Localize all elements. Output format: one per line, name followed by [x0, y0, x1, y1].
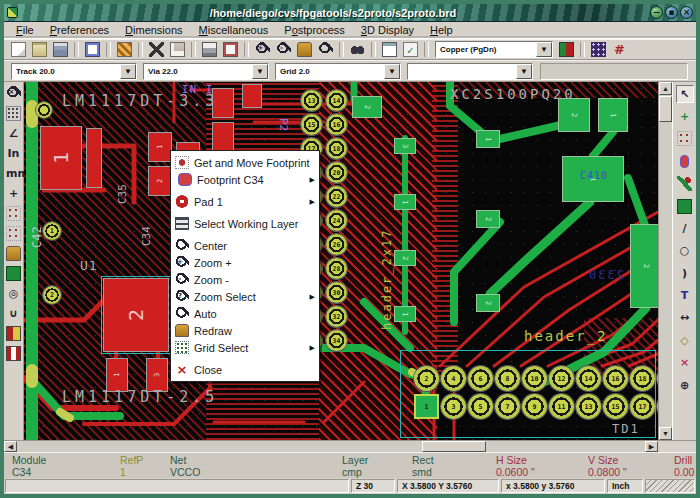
through-hole-pad[interactable]: 26 — [326, 234, 347, 255]
dropdown-arrow-icon[interactable]: ▼ — [252, 64, 268, 79]
maximize-button[interactable]: ▪ — [665, 6, 678, 19]
grid-toggle[interactable] — [5, 104, 23, 122]
window-menu-icon[interactable] — [7, 7, 18, 18]
smd-pad-green[interactable]: 2 — [394, 250, 416, 266]
resize-grip[interactable] — [645, 479, 695, 493]
scroll-down-icon[interactable]: ▼ — [659, 427, 672, 440]
highlight-net-tool[interactable]: + — [676, 108, 694, 126]
context-item-select-working-layer[interactable]: Select Working Layer — [171, 215, 319, 232]
through-hole-pad[interactable]: 28 — [326, 258, 347, 279]
via-size-combo[interactable]: Via 22.0 ▼ — [143, 63, 269, 80]
add-text-tool[interactable]: T — [676, 287, 694, 305]
drc-button[interactable]: ✓ — [401, 41, 420, 59]
grid-pads-button[interactable]: # — [610, 41, 629, 59]
clearance-combo[interactable]: ▼ — [407, 63, 533, 80]
horizontal-scroll-thumb[interactable] — [422, 441, 486, 452]
through-hole-pad[interactable]: 32 — [326, 306, 347, 327]
add-arc-tool[interactable]: ) — [676, 264, 694, 282]
context-item-grid-select[interactable]: Grid Select▶ — [171, 339, 319, 356]
page-settings-button[interactable] — [83, 41, 102, 59]
delete-tool[interactable]: × — [676, 354, 694, 372]
smd-pad-green[interactable]: 1 — [394, 306, 416, 322]
through-hole-pad[interactable]: 16 — [326, 114, 347, 135]
smd-pad-green[interactable]: 1 — [394, 194, 416, 210]
scroll-left-icon[interactable]: ◀ — [4, 441, 17, 452]
close-button[interactable]: × — [680, 6, 693, 19]
add-target-tool[interactable]: ◇ — [676, 331, 694, 349]
track-display-toggle[interactable]: ∪ — [5, 304, 23, 322]
add-zone-tool[interactable] — [676, 197, 694, 215]
select-tool[interactable]: ↖ — [676, 85, 694, 103]
menu-preferences[interactable]: Preferences — [42, 23, 117, 37]
menu-miscellaneous[interactable]: Miscellaneous — [191, 23, 277, 37]
through-hole-pad[interactable]: 15 — [301, 114, 322, 135]
zoom-out-button[interactable]: - — [274, 41, 293, 59]
smd-pad-red[interactable] — [242, 84, 262, 108]
through-hole-pad[interactable]: 2 — [43, 286, 61, 304]
context-item-redraw[interactable]: Redraw — [171, 322, 319, 339]
through-hole-pad[interactable] — [36, 102, 52, 118]
zoom-in-button[interactable]: + — [253, 41, 272, 59]
through-hole-pad[interactable]: 22 — [326, 186, 347, 207]
add-footprint-tool[interactable] — [676, 152, 694, 170]
context-item-center[interactable]: Center — [171, 237, 319, 254]
title-bar[interactable]: /home/diego/cvs/fpgatools/s2proto/s2prot… — [4, 4, 696, 22]
horizontal-scroll-track[interactable] — [17, 441, 645, 452]
polar-coords-toggle[interactable]: ∠ — [5, 124, 23, 142]
add-track-tool[interactable] — [676, 175, 694, 193]
dropdown-arrow-icon[interactable]: ▼ — [120, 64, 136, 79]
smd-pad-green[interactable]: 1 — [476, 130, 500, 148]
menu-dimensions[interactable]: Dimensions — [117, 23, 190, 37]
smd-pad-red[interactable]: 1 — [106, 358, 128, 392]
grid-size-combo[interactable]: Grid 2.0 ▼ — [275, 63, 401, 80]
scroll-up-icon[interactable]: ▲ — [659, 82, 672, 95]
menu-help[interactable]: Help — [422, 23, 461, 37]
add-line-tool[interactable]: / — [676, 219, 694, 237]
through-hole-pad[interactable]: 14 — [326, 90, 347, 111]
context-item-footprint-c34[interactable]: Footprint C34▶ — [171, 171, 319, 188]
ratsnest-toggle[interactable] — [5, 204, 23, 222]
context-item-get-and-move-footprint[interactable]: Get and Move Footprint — [171, 154, 319, 171]
module-ratsnest-toggle[interactable] — [5, 224, 23, 242]
smd-pad-red[interactable] — [86, 128, 102, 188]
add-circle-tool[interactable]: ○ — [676, 242, 694, 260]
save-board-button[interactable] — [51, 41, 70, 59]
through-hole-pad[interactable]: 1 — [43, 222, 61, 240]
smd-pad-red[interactable]: 2 — [148, 166, 172, 196]
netlist-button[interactable] — [380, 41, 399, 59]
menu-postprocess[interactable]: Postprocess — [276, 23, 353, 37]
smd-pad-green[interactable]: 2 — [476, 210, 500, 228]
context-item-pad-1[interactable]: Pad 1▶ — [171, 193, 319, 210]
through-hole-pad[interactable]: 34 — [326, 330, 347, 351]
vertical-scrollbar[interactable]: ▲ ▼ — [658, 82, 672, 440]
through-hole-pad[interactable]: 20 — [326, 162, 347, 183]
redraw-button[interactable] — [295, 41, 314, 59]
through-hole-pad[interactable]: 18 — [326, 138, 347, 159]
pads-sketch-toggle[interactable] — [5, 344, 23, 362]
horizontal-scrollbar[interactable]: ◀ ▶ — [4, 440, 658, 452]
pcb-canvas[interactable]: Get and Move FootprintFootprint C34▶Pad … — [24, 82, 658, 440]
dropdown-arrow-icon[interactable]: ▼ — [536, 42, 552, 57]
dropdown-arrow-icon[interactable]: ▼ — [384, 64, 400, 79]
context-item-zoom-select[interactable]: ?Zoom Select▶ — [171, 288, 319, 305]
layer-color-button[interactable] — [557, 41, 576, 59]
context-item-close[interactable]: ×Close — [171, 361, 319, 378]
through-hole-pad[interactable]: 24 — [326, 210, 347, 231]
autodelete-track-toggle[interactable] — [5, 244, 23, 262]
open-board-button[interactable] — [30, 41, 49, 59]
drc-off-toggle[interactable]: × — [5, 84, 23, 102]
find-button[interactable] — [348, 41, 367, 59]
local-ratsnest-tool[interactable] — [676, 130, 694, 148]
dropdown-arrow-icon[interactable]: ▼ — [516, 64, 532, 79]
smd-pad-red[interactable] — [212, 122, 234, 152]
context-item-auto[interactable]: Auto — [171, 305, 319, 322]
scroll-right-icon[interactable]: ▶ — [645, 441, 658, 452]
show-zones-toggle[interactable] — [5, 264, 23, 282]
context-item-zoom[interactable]: +Zoom + — [171, 254, 319, 271]
vertical-scroll-track[interactable] — [659, 122, 672, 427]
through-hole-pad[interactable]: 30 — [326, 282, 347, 303]
menu-3d-display[interactable]: 3D Display — [353, 23, 422, 37]
ratsnest-button[interactable] — [589, 41, 608, 59]
track-width-combo[interactable]: Track 20.0 ▼ — [11, 63, 137, 80]
print-button[interactable] — [200, 41, 219, 59]
